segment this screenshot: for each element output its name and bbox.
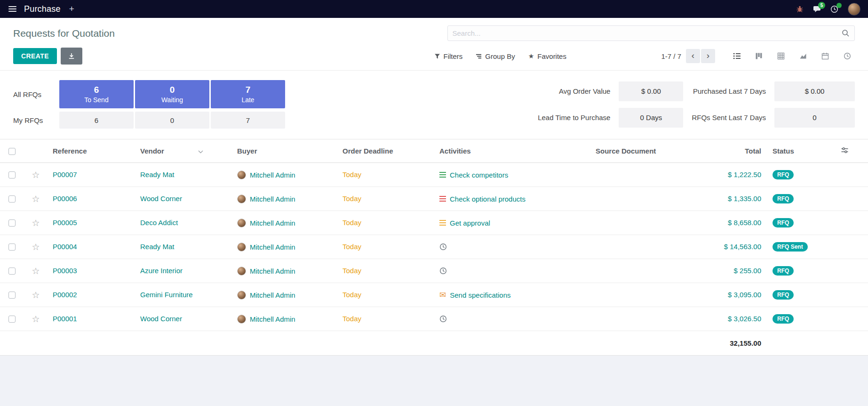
activity-label[interactable]: Get approval: [450, 219, 490, 227]
column-header-source-document[interactable]: Source Document: [591, 139, 680, 163]
graph-view-button[interactable]: [796, 49, 811, 64]
optional-columns-button[interactable]: [821, 139, 868, 163]
vendor-link[interactable]: Wood Corner: [140, 195, 182, 203]
plus-icon[interactable]: +: [67, 4, 76, 14]
clock-icon[interactable]: [439, 267, 447, 275]
activity-label[interactable]: Check optional products: [450, 195, 526, 203]
row-checkbox[interactable]: [8, 268, 16, 275]
export-button[interactable]: [61, 48, 82, 65]
activity-widget[interactable]: Check optional products: [439, 195, 591, 203]
buyer-link[interactable]: Mitchell Admin: [250, 267, 295, 275]
my-to-send-button[interactable]: 6: [59, 112, 134, 129]
activity-widget[interactable]: [439, 315, 591, 323]
my-late-button[interactable]: 7: [211, 112, 285, 129]
vendor-link[interactable]: Deco Addict: [140, 219, 178, 227]
group-by-button[interactable]: Group By: [476, 52, 515, 60]
table-row[interactable]: ☆ P00006 Wood Corner Mitchell Admin Toda…: [0, 187, 868, 211]
pager-next-button[interactable]: ›: [701, 49, 715, 63]
rfq-reference-link[interactable]: P00005: [53, 219, 77, 227]
buyer-link[interactable]: Mitchell Admin: [250, 291, 295, 299]
activity-widget[interactable]: [439, 267, 591, 275]
row-checkbox[interactable]: [8, 316, 16, 323]
column-header-reference[interactable]: Reference: [48, 139, 135, 163]
activity-widget[interactable]: Get approval: [439, 219, 591, 227]
column-header-vendor[interactable]: Vendor: [135, 139, 232, 163]
search-box[interactable]: [447, 25, 855, 41]
rfq-reference-link[interactable]: P00002: [53, 291, 77, 299]
activity-label[interactable]: Send specifications: [450, 291, 510, 299]
table-row[interactable]: ☆ P00001 Wood Corner Mitchell Admin Toda…: [0, 307, 868, 331]
row-checkbox[interactable]: [8, 195, 16, 203]
column-header-activities[interactable]: Activities: [435, 139, 591, 163]
search-icon[interactable]: [842, 29, 850, 37]
all-waiting-button[interactable]: 0 Waiting: [135, 80, 209, 108]
activity-view-button[interactable]: [840, 49, 855, 64]
list-view-button[interactable]: [729, 49, 744, 64]
rfq-reference-link[interactable]: P00007: [53, 171, 77, 179]
vendor-link[interactable]: Ready Mat: [140, 171, 175, 179]
create-button[interactable]: CREATE: [13, 48, 57, 64]
debug-bug-icon[interactable]: [796, 5, 804, 13]
favorite-star-icon[interactable]: ☆: [32, 266, 40, 276]
vendor-link[interactable]: Wood Corner: [140, 315, 182, 323]
rfq-reference-link[interactable]: P00006: [53, 195, 77, 203]
activity-widget[interactable]: ✉Send specifications: [439, 291, 591, 299]
buyer-link[interactable]: Mitchell Admin: [250, 243, 295, 251]
pivot-view-button[interactable]: [773, 49, 788, 64]
table-row[interactable]: ☆ P00003 Azure Interior Mitchell Admin T…: [0, 259, 868, 283]
table-row[interactable]: ☆ P00002 Gemini Furniture Mitchell Admin…: [0, 283, 868, 307]
kanban-view-button[interactable]: [751, 49, 766, 64]
activities-clock-icon[interactable]: [830, 5, 838, 13]
vendor-link[interactable]: Gemini Furniture: [140, 291, 193, 299]
clock-icon[interactable]: [439, 315, 447, 323]
favorite-star-icon[interactable]: ☆: [32, 170, 40, 180]
messages-icon[interactable]: 5: [813, 5, 821, 13]
buyer-link[interactable]: Mitchell Admin: [250, 195, 295, 203]
column-header-total[interactable]: Total: [680, 139, 768, 163]
vendor-link[interactable]: Ready Mat: [140, 243, 175, 251]
clock-icon[interactable]: [439, 243, 447, 251]
select-all-checkbox[interactable]: [8, 148, 16, 155]
rfq-reference-link[interactable]: P00003: [53, 267, 77, 275]
activity-widget[interactable]: Check competitors: [439, 171, 591, 179]
favorite-star-icon[interactable]: ☆: [32, 242, 40, 252]
favorite-star-icon[interactable]: ☆: [32, 314, 40, 324]
activity-label[interactable]: Check competitors: [450, 171, 508, 179]
app-name-menu[interactable]: Purchase: [24, 4, 61, 14]
buyer-link[interactable]: Mitchell Admin: [250, 171, 295, 179]
envelope-icon[interactable]: ✉: [439, 291, 446, 299]
rfq-reference-link[interactable]: P00001: [53, 315, 77, 323]
favorite-star-icon[interactable]: ☆: [32, 194, 40, 204]
buyer-link[interactable]: Mitchell Admin: [250, 219, 295, 227]
favorites-button[interactable]: ★ Favorites: [528, 52, 566, 60]
tasks-icon[interactable]: [439, 196, 446, 202]
row-checkbox[interactable]: [8, 292, 16, 299]
table-row[interactable]: ☆ P00007 Ready Mat Mitchell Admin Today …: [0, 163, 868, 187]
rfq-reference-link[interactable]: P00004: [53, 243, 77, 251]
all-rfqs-label[interactable]: All RFQs: [13, 80, 59, 108]
column-header-buyer[interactable]: Buyer: [232, 139, 338, 163]
table-row[interactable]: ☆ P00004 Ready Mat Mitchell Admin Today …: [0, 235, 868, 259]
row-checkbox[interactable]: [8, 244, 16, 251]
row-checkbox[interactable]: [8, 219, 16, 227]
all-to-send-button[interactable]: 6 To Send: [59, 80, 134, 108]
my-rfqs-label[interactable]: My RFQs: [13, 112, 59, 129]
user-avatar[interactable]: [848, 3, 860, 16]
tasks-icon[interactable]: [439, 172, 446, 178]
all-late-button[interactable]: 7 Late: [211, 80, 285, 108]
pager-previous-button[interactable]: ‹: [686, 49, 700, 63]
search-input[interactable]: [453, 29, 842, 37]
apps-menu-icon[interactable]: [8, 4, 17, 14]
column-header-status[interactable]: Status: [768, 139, 821, 163]
filters-button[interactable]: Filters: [434, 52, 463, 60]
activity-widget[interactable]: [439, 243, 591, 251]
buyer-link[interactable]: Mitchell Admin: [250, 315, 295, 323]
calendar-view-button[interactable]: [818, 49, 833, 64]
row-checkbox[interactable]: [8, 171, 16, 179]
vendor-link[interactable]: Azure Interior: [140, 267, 183, 275]
column-header-order-deadline[interactable]: Order Deadline: [338, 139, 435, 163]
my-waiting-button[interactable]: 0: [135, 112, 209, 129]
tasks-icon[interactable]: [439, 220, 446, 226]
favorite-star-icon[interactable]: ☆: [32, 218, 40, 228]
favorite-star-icon[interactable]: ☆: [32, 290, 40, 300]
